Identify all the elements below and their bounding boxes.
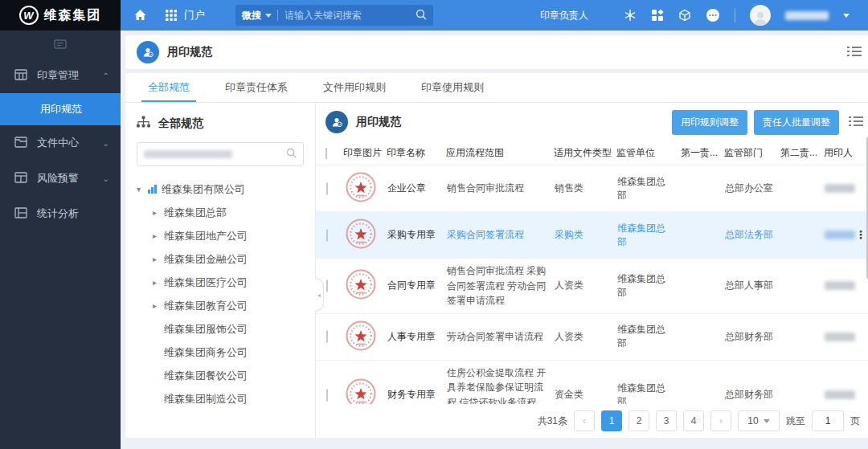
file-type: 人资类 bbox=[551, 325, 613, 349]
page-button-4[interactable]: 4 bbox=[683, 410, 704, 431]
tree-node[interactable]: ▸维森集团金融公司 bbox=[137, 247, 304, 271]
table-row[interactable]: 合同专用章销售合同审批流程 采购合同签署流程 劳动合同签署申请流程人资类维森集团… bbox=[316, 259, 868, 314]
more-options-icon[interactable] bbox=[706, 8, 720, 22]
sidebar: 印章管理⌃用印规范文件中心⌄风险预警⌄统计分析 bbox=[0, 31, 121, 449]
chevron-down-icon[interactable] bbox=[265, 14, 272, 18]
tree-node-label: 维森集团医疗公司 bbox=[164, 276, 248, 290]
sidebar-item-1[interactable]: 文件中心⌄ bbox=[0, 125, 121, 161]
jump-page-input[interactable] bbox=[812, 410, 844, 431]
tree-node[interactable]: ▸维森集团总部 bbox=[137, 201, 304, 224]
list-view-icon[interactable] bbox=[849, 116, 863, 129]
flow-scope: 销售合同审批流程 bbox=[443, 176, 551, 201]
row-checkbox[interactable] bbox=[326, 182, 328, 195]
top-nav: 门户 微搜 印章负责人 bbox=[121, 0, 868, 31]
sidebar-menu: 印章管理⌃用印规范文件中心⌄风险预警⌄统计分析 bbox=[0, 58, 121, 231]
col-header: 适用文件类型 bbox=[551, 146, 613, 160]
page-button-3[interactable]: 3 bbox=[656, 410, 677, 431]
tree-arrow-right-icon[interactable]: ▸ bbox=[153, 231, 164, 240]
org-tree-panel: 全部规范 ▾维森集团有限公司▸维森集团总部▸维森集团地产公司▸维森集团金融公司▸… bbox=[125, 103, 316, 438]
row-checkbox[interactable] bbox=[326, 330, 328, 343]
tree-node[interactable]: 维森集团服饰公司 bbox=[137, 317, 304, 341]
tree-node[interactable]: ▸维森集团教育公司 bbox=[137, 294, 304, 317]
tree-search-box[interactable] bbox=[137, 142, 304, 166]
sidebar-item-0[interactable]: 印章管理⌃ bbox=[0, 58, 121, 93]
adjust-seal-rules-button[interactable]: 用印规则调整 bbox=[672, 110, 747, 135]
table-row[interactable]: 财务专用章住房公积金提取流程 开具养老保险参保证明流程 信贷还款业务流程 美元来… bbox=[316, 361, 868, 404]
table-row[interactable]: 企业公章销售合同审批流程销售类维森集团总部总部办公室 bbox=[316, 165, 868, 212]
tab-seal-responsibility[interactable]: 印章责任体系 bbox=[207, 73, 305, 102]
sidebar-collapse-icon[interactable] bbox=[0, 31, 121, 58]
seal-stamp-image bbox=[344, 217, 378, 251]
page-size-select[interactable]: 10 bbox=[738, 410, 780, 431]
col-header: 用印人 bbox=[821, 146, 868, 160]
table-row[interactable]: 人事专用章劳动合同签署申请流程人资类维森集团总部总部财务部 bbox=[316, 314, 868, 361]
tree-node[interactable]: ▸维森集团地产公司 bbox=[137, 224, 304, 247]
tree-arrow-right-icon[interactable]: ▸ bbox=[153, 208, 164, 217]
sidebar-item-2[interactable]: 风险预警⌄ bbox=[0, 161, 121, 196]
tree-arrow-right-icon[interactable]: ▸ bbox=[153, 255, 164, 263]
col-header: 应用流程范围 bbox=[443, 146, 551, 160]
supervising-dept: 总部财务部 bbox=[721, 325, 777, 349]
row-checkbox[interactable] bbox=[326, 389, 328, 402]
list-view-icon[interactable] bbox=[847, 46, 862, 59]
page-button-1[interactable]: 1 bbox=[601, 410, 622, 431]
chevron-up-icon: ⌃ bbox=[103, 71, 109, 80]
tree-node[interactable]: 维森集团餐饮公司 bbox=[137, 364, 304, 387]
seal-name: 采购专用章 bbox=[383, 223, 443, 247]
tree-node[interactable]: 维森集团制造公司 bbox=[137, 387, 304, 410]
row-checkbox[interactable] bbox=[326, 280, 328, 292]
sidebar-item-3[interactable]: 统计分析 bbox=[0, 196, 121, 231]
snowflake-icon[interactable] bbox=[624, 9, 637, 22]
search-engine-selector[interactable]: 微搜 bbox=[242, 9, 261, 22]
page-button-2[interactable]: 2 bbox=[628, 410, 649, 431]
flow-scope[interactable]: 采购合同签署流程 bbox=[443, 222, 551, 247]
seal-stamp-image bbox=[344, 319, 378, 353]
apps-grid-icon[interactable] bbox=[165, 9, 178, 22]
pagination: 共31条 ‹ 1234 › 10 跳至 页 bbox=[316, 404, 868, 438]
search-input[interactable] bbox=[285, 10, 416, 21]
row-checkbox[interactable] bbox=[326, 229, 328, 242]
tree-node-label: 维森集团地产公司 bbox=[164, 229, 248, 243]
panel-collapse-handle[interactable]: ◂ bbox=[315, 278, 324, 312]
chevron-down-icon[interactable] bbox=[843, 14, 850, 18]
batch-adjust-responsible-button[interactable]: 责任人批量调整 bbox=[754, 110, 839, 135]
tree-node[interactable]: ▸维森集团医疗公司 bbox=[137, 271, 304, 294]
seal-name: 企业公章 bbox=[383, 177, 443, 200]
file-type: 资金类 bbox=[551, 383, 613, 404]
search-icon[interactable] bbox=[286, 148, 297, 161]
col-header: 监管单位 bbox=[613, 146, 678, 160]
select-all-checkbox[interactable] bbox=[326, 148, 327, 159]
tree-search-placeholder-redacted bbox=[144, 150, 232, 158]
org-tree-icon bbox=[137, 116, 150, 131]
portal-link[interactable]: 门户 bbox=[184, 8, 205, 22]
table-header-row: 印章图片 印章名称 应用流程范围 适用文件类型 监管单位 第一责... 监管部门… bbox=[316, 141, 868, 165]
tree-arrow-right-icon[interactable]: ▸ bbox=[153, 301, 164, 310]
page-header: 用印规范 bbox=[125, 35, 868, 69]
widgets-icon[interactable] bbox=[651, 9, 664, 22]
cube-icon[interactable] bbox=[678, 9, 691, 22]
tree-node[interactable]: ▾维森集团有限公司 bbox=[137, 178, 304, 201]
table-body: 企业公章销售合同审批流程销售类维森集团总部总部办公室采购专用章采购合同签署流程采… bbox=[316, 165, 868, 404]
tab-document-seal-rules[interactable]: 文件用印规则 bbox=[305, 73, 403, 102]
table-row[interactable]: 采购专用章采购合同签署流程采购类维森集团总部总部法务部⋮ bbox=[316, 212, 868, 259]
tree-arrow-down-icon[interactable]: ▾ bbox=[137, 185, 148, 194]
file-type: 采购类 bbox=[551, 223, 613, 247]
prev-page-button[interactable]: ‹ bbox=[574, 410, 595, 431]
tab-all-rules[interactable]: 全部规范 bbox=[130, 73, 207, 102]
supervising-unit: 维森集团总部 bbox=[613, 170, 678, 207]
search-icon[interactable] bbox=[416, 9, 427, 22]
flow-scope: 销售合同审批流程 采购合同签署流程 劳动合同签署申请流程 bbox=[443, 259, 551, 313]
tree-node[interactable]: 维森集团商务公司 bbox=[137, 341, 304, 364]
tree-panel-title: 全部规范 bbox=[158, 116, 203, 131]
seal-name: 财务专用章 bbox=[383, 383, 443, 404]
tab-bar: 全部规范 印章责任体系 文件用印规则 印章使用规则 bbox=[125, 73, 868, 103]
supervising-dept: 总部财务部 bbox=[721, 383, 777, 404]
tree-arrow-right-icon[interactable]: ▸ bbox=[153, 278, 164, 287]
home-icon[interactable] bbox=[133, 9, 147, 22]
col-header: 印章图片 bbox=[340, 146, 383, 160]
next-page-button[interactable]: › bbox=[710, 410, 731, 431]
row-more-menu-icon[interactable]: ⋮ bbox=[855, 233, 866, 237]
avatar[interactable] bbox=[750, 5, 771, 26]
tab-seal-usage-rules[interactable]: 印章使用规则 bbox=[403, 73, 502, 102]
sidebar-subitem[interactable]: 用印规范 bbox=[0, 93, 121, 125]
